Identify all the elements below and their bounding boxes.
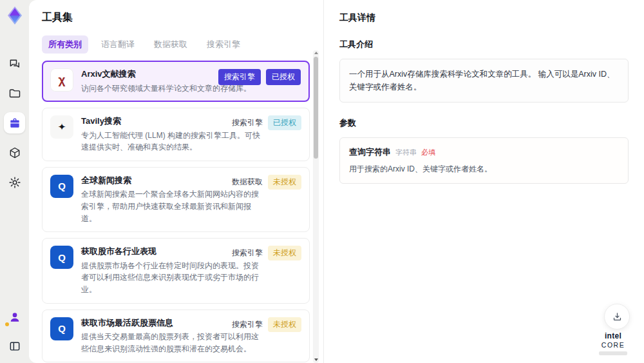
tab-3[interactable]: 搜索引擎 bbox=[200, 35, 247, 54]
tool-list-panel: 工具集 所有类别语言翻译数据获取搜索引擎 χ Arxiv文献搜索 访问各个研究领… bbox=[29, 0, 324, 363]
app-window: 工具集 所有类别语言翻译数据获取搜索引擎 χ Arxiv文献搜索 访问各个研究领… bbox=[0, 0, 644, 363]
sidebar bbox=[0, 0, 29, 363]
tool-intro-text: 一个用于从Arxiv存储库搜索科学论文和文章的工具。 输入可以是Arxiv ID… bbox=[349, 70, 615, 92]
param-name: 查询字符串 bbox=[349, 146, 391, 158]
auth-status-badge: 未授权 bbox=[268, 246, 301, 260]
brand-core-text: CORE bbox=[601, 341, 625, 349]
tool-intro-box: 一个用于从Arxiv存储库搜索科学论文和文章的工具。 输入可以是Arxiv ID… bbox=[339, 59, 629, 103]
tool-card[interactable]: Q 全球新闻搜索 全球新闻搜索是一个聚合全球各大新闻网站内容的搜索引擎，帮助用户… bbox=[42, 167, 310, 232]
main-content: 工具集 所有类别语言翻译数据获取搜索引擎 χ Arxiv文献搜索 访问各个研究领… bbox=[29, 0, 644, 363]
tool-description: 全球新闻搜索是一个聚合全球各大新闻网站内容的搜索引擎，帮助用户快速获取全球最新资… bbox=[81, 188, 262, 224]
tool-card[interactable]: ✦ Tavily搜索 专为人工智能代理 (LLM) 构建的搜索引擎工具。可快速提… bbox=[42, 108, 310, 161]
tool-description: 专为人工智能代理 (LLM) 构建的搜索引擎工具。可快速提供实时、准确和真实的结… bbox=[81, 130, 262, 153]
tab-2[interactable]: 数据获取 bbox=[147, 35, 194, 54]
gear-icon[interactable] bbox=[4, 172, 25, 193]
toolbox-icon[interactable] bbox=[4, 112, 25, 133]
intro-heading: 工具介绍 bbox=[339, 39, 629, 50]
app-logo-icon bbox=[5, 5, 25, 26]
brand-intel-text: intel bbox=[605, 331, 621, 340]
qblue-icon: Q bbox=[50, 317, 73, 340]
intel-core-logo: intel CORE bbox=[592, 331, 634, 355]
tool-description: 提供当天交易量最高的股票列表，投资者可以利用这些信息来识别流动性强的股票和潜在的… bbox=[81, 331, 262, 355]
page-title: 工具集 bbox=[42, 11, 323, 25]
tool-badges: 搜索引擎 已授权 bbox=[218, 69, 301, 85]
sidebar-nav bbox=[4, 53, 25, 193]
category-badge: 搜索引擎 bbox=[232, 319, 263, 330]
category-badge: 搜索引擎 bbox=[232, 117, 263, 128]
folder-icon[interactable] bbox=[4, 83, 25, 104]
tavily-icon: ✦ bbox=[50, 115, 73, 139]
category-badge: 搜索引擎 bbox=[218, 69, 261, 85]
param-type: 字符串 bbox=[395, 148, 417, 157]
scrollbar-thumb[interactable] bbox=[314, 57, 318, 159]
qblue-icon: Q bbox=[50, 246, 73, 269]
chat-icon[interactable] bbox=[4, 53, 25, 74]
param-description: 用于搜索的Arxiv ID、关键字或作者姓名。 bbox=[349, 164, 619, 175]
param-required-flag: 必填 bbox=[421, 148, 435, 157]
auth-status-badge: 已授权 bbox=[268, 115, 301, 130]
tool-badges: 搜索引擎 已授权 bbox=[232, 115, 301, 130]
scroll-up-icon[interactable] bbox=[314, 52, 318, 54]
tool-list: χ Arxiv文献搜索 访问各个研究领域大量科学论文和文章的存储库。 搜索引擎 … bbox=[42, 61, 310, 363]
auth-status-badge: 未授权 bbox=[268, 175, 301, 190]
panel-toggle-icon[interactable] bbox=[4, 335, 25, 357]
param-card: 查询字符串 字符串 必填 用于搜索的Arxiv ID、关键字或作者姓名。 bbox=[339, 137, 629, 184]
category-tabs: 所有类别语言翻译数据获取搜索引擎 bbox=[42, 35, 323, 54]
list-scrollbar[interactable] bbox=[313, 50, 319, 363]
sidebar-bottom bbox=[4, 306, 25, 357]
tool-description: 提供股票市场各个行业在特定时间段内的表现。投资者可以利用这些信息来识别表现优于或… bbox=[81, 260, 262, 296]
category-badge: 数据获取 bbox=[232, 177, 263, 188]
avatar[interactable] bbox=[4, 306, 25, 328]
detail-title: 工具详情 bbox=[339, 12, 629, 24]
tool-badges: 搜索引擎 未授权 bbox=[232, 317, 301, 332]
tab-1[interactable]: 语言翻译 bbox=[95, 35, 141, 54]
brand-sub-badge bbox=[599, 351, 627, 355]
tool-badges: 搜索引擎 未授权 bbox=[232, 246, 301, 260]
tool-card[interactable]: Q 获取股市各行业表现 提供股票市场各个行业在特定时间段内的表现。投资者可以利用… bbox=[42, 238, 310, 303]
tool-card[interactable]: χ Arxiv文献搜索 访问各个研究领域大量科学论文和文章的存储库。 搜索引擎 … bbox=[42, 61, 310, 102]
download-button[interactable] bbox=[604, 304, 630, 329]
tool-card[interactable]: Q 获取市场最活跃股票信息 提供当天交易量最高的股票列表，投资者可以利用这些信息… bbox=[42, 309, 310, 363]
avatar-status-dot bbox=[5, 322, 9, 326]
params-list: 查询字符串 字符串 必填 用于搜索的Arxiv ID、关键字或作者姓名。 bbox=[339, 137, 629, 184]
arxiv-icon: χ bbox=[50, 68, 73, 92]
cube-icon[interactable] bbox=[4, 142, 25, 163]
scroll-down-icon[interactable] bbox=[314, 358, 318, 361]
auth-status-badge: 未授权 bbox=[268, 317, 301, 332]
category-badge: 搜索引擎 bbox=[232, 248, 263, 259]
tool-detail-panel: 工具详情 工具介绍 一个用于从Arxiv存储库搜索科学论文和文章的工具。 输入可… bbox=[324, 0, 644, 363]
params-heading: 参数 bbox=[339, 117, 629, 129]
tab-0[interactable]: 所有类别 bbox=[42, 35, 88, 54]
auth-status-badge: 已授权 bbox=[266, 69, 301, 85]
qblue-icon: Q bbox=[50, 175, 73, 198]
tool-badges: 数据获取 未授权 bbox=[232, 175, 301, 190]
